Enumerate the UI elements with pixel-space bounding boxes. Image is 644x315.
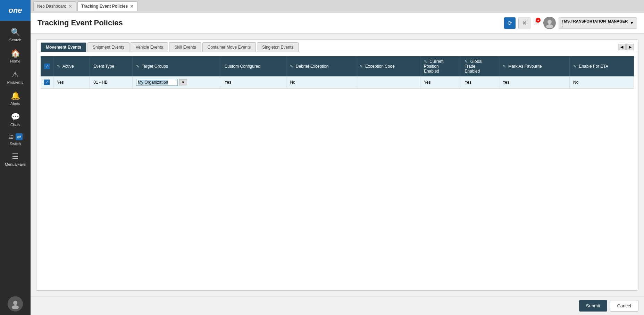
tab-tracking-event-policies[interactable]: Tracking Event Policies ✕ [77,1,137,11]
scroll-left-button[interactable]: ◀ [618,44,626,50]
cell-custom-configured: Yes [221,76,286,89]
col-header-target-groups: ✎ Target Groups [132,56,221,76]
close-button[interactable]: ✕ [518,17,530,29]
main-content: Neo Dashboard ✕ Tracking Event Policies … [31,0,644,315]
tab-singleton-events[interactable]: Singleton Events [257,42,299,52]
tab-vehicle-events[interactable]: Vehicle Events [131,42,168,52]
col-header-active: ✎ Active [53,56,90,76]
tab-container-move-events[interactable]: Container Move Events [202,42,256,52]
sidebar-item-search[interactable]: 🔍 Search [0,24,31,45]
page-header: Tracking Event Policies ⟳ ✕ ≡ ★ TMS.TRAN… [31,13,644,34]
search-icon: 🔍 [11,28,20,37]
chats-icon: 💬 [11,113,20,122]
table-wrapper: ✓ ✎ Active Event Type ✎ Target [36,52,638,290]
sidebar: one 🔍 Search 🏠 Home ⚠ Problems 🔔 Alerts … [0,0,31,315]
tab-scroll-controls: ◀ ▶ [618,44,634,50]
alerts-icon: 🔔 [11,91,20,100]
cell-exception-code [356,76,420,89]
notification-badge: ★ [536,18,541,23]
close-tab-neo-dashboard[interactable]: ✕ [68,4,72,9]
edit-icon-debrief: ✎ [290,64,293,68]
event-tabs-bar: Movement Events Shipment Events Vehicle … [36,40,638,52]
scroll-right-button[interactable]: ▶ [626,44,634,50]
svg-point-2 [547,20,552,24]
svg-point-3 [546,24,553,28]
cell-active: Yes [53,76,90,89]
footer: Submit Cancel [31,296,644,315]
close-tab-tracking-event-policies[interactable]: ✕ [130,4,134,9]
select-all-checkbox[interactable]: ✓ [44,64,50,69]
table-row: ✓ Yes 01 - HB My Organization ▼ [41,76,634,89]
sidebar-item-switch[interactable]: 🗂 ⇄ Switch [0,130,31,149]
row-checkbox-cell[interactable]: ✓ [41,76,53,89]
sidebar-item-chats[interactable]: 💬 Chats [0,109,31,130]
tab-shipment-events[interactable]: Shipment Events [87,42,129,52]
user-dropdown[interactable]: TMS.TRANSPORTATION_MANAGER ( ▼ [559,17,637,29]
tab-skill-events[interactable]: Skill Events [169,42,201,52]
refresh-button[interactable]: ⟳ [504,17,516,29]
main-card: Movement Events Shipment Events Vehicle … [36,39,638,291]
edit-icon-target-groups: ✎ [136,64,139,68]
target-groups-dropdown-button[interactable]: ▼ [179,79,187,85]
col-header-enable-for-eta: ✎ Enable For ETA [570,56,634,76]
sidebar-item-problems[interactable]: ⚠ Problems [0,67,31,88]
header-actions: ⟳ ✕ ≡ ★ TMS.TRANSPORTATION_MANAGER ( ▼ [504,17,637,29]
edit-icon-global-trade: ✎ [465,59,468,64]
app-logo[interactable]: one [0,0,31,21]
content-area: Movement Events Shipment Events Vehicle … [31,34,644,296]
tab-neo-dashboard[interactable]: Neo Dashboard ✕ [33,1,76,11]
menu-button[interactable]: ≡ ★ [533,18,541,28]
home-icon: 🏠 [11,49,20,58]
cancel-button[interactable]: Cancel [610,300,638,312]
edit-icon-mark-favourite: ✎ [503,64,506,68]
tracking-events-table: ✓ ✎ Active Event Type ✎ Target [41,56,634,89]
row-checkbox[interactable]: ✓ [44,80,50,85]
page-title: Tracking Event Policies [37,18,504,27]
cell-current-position-enabled: Yes [420,76,461,89]
sidebar-bottom [8,296,23,312]
menus-icon: ☰ [12,152,19,161]
col-header-event-type: Event Type [90,56,133,76]
sidebar-item-home[interactable]: 🏠 Home [0,45,31,67]
col-header-custom-configured: Custom Configured [221,56,286,76]
cell-enable-for-eta: No [570,76,634,89]
switch-arrows-icon: ⇄ [16,133,23,140]
target-groups-input[interactable]: My Organization [136,79,178,86]
edit-icon-exception-code: ✎ [360,64,363,68]
tab-movement-events[interactable]: Movement Events [41,42,86,52]
tab-bar: Neo Dashboard ✕ Tracking Event Policies … [31,0,644,13]
problems-icon: ⚠ [12,70,19,79]
col-header-global-trade-enabled: ✎ GlobalTradeEnabled [461,56,499,76]
submit-button[interactable]: Submit [579,300,607,312]
sidebar-item-menus[interactable]: ☰ Menus/Favs [0,149,31,170]
edit-icon-enable-eta: ✎ [573,64,576,68]
col-header-current-position-enabled: ✎ CurrentPositionEnabled [420,56,461,76]
cell-event-type: 01 - HB [90,76,133,89]
col-header-mark-as-favourite: ✎ Mark As Favourite [499,56,569,76]
user-avatar-sidebar[interactable] [8,296,23,312]
edit-icon-active: ✎ [57,64,60,68]
user-avatar-header [543,17,556,29]
svg-point-1 [12,305,19,309]
cell-mark-as-favourite: Yes [499,76,569,89]
cell-global-trade-enabled: Yes [461,76,499,89]
col-header-debrief-exception: ✎ Debrief Exception [286,56,356,76]
col-header-exception-code: ✎ Exception Code [356,56,420,76]
cell-target-groups[interactable]: My Organization ▼ [132,76,221,89]
svg-point-0 [13,301,17,305]
switch-icon: 🗂 [8,133,14,140]
chevron-down-icon: ▼ [630,20,634,25]
sidebar-item-alerts[interactable]: 🔔 Alerts [0,88,31,109]
cell-debrief-exception: No [286,76,356,89]
edit-icon-current-position: ✎ [424,59,427,64]
col-header-checkbox: ✓ [41,56,53,76]
